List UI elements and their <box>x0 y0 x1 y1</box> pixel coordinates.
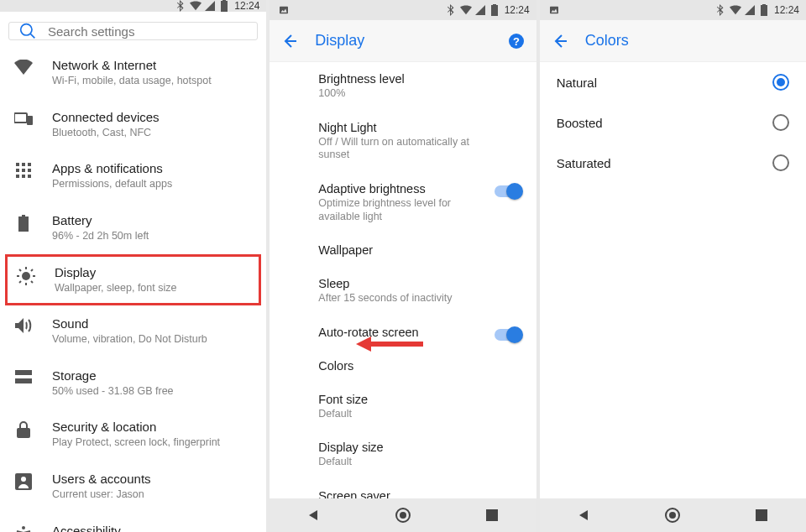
row-sub: Current user: Jason <box>52 488 253 502</box>
wifi-icon <box>460 4 472 16</box>
nav-bar <box>270 498 536 532</box>
bluetooth-icon <box>175 0 187 12</box>
row-sub: After 15 seconds of inactivity <box>318 292 486 305</box>
row-sub: 50% used - 31.98 GB free <box>52 385 253 399</box>
row-sub: Play Protect, screen lock, fingerprint <box>52 436 253 450</box>
svg-point-29 <box>669 512 676 519</box>
row-title: Brightness level <box>318 72 524 86</box>
row-font-size[interactable]: Font size Default <box>270 383 536 431</box>
row-storage[interactable]: Storage 50% used - 31.98 GB free <box>0 357 266 409</box>
color-option-saturated[interactable]: Saturated <box>540 143 806 183</box>
row-sleep[interactable]: Sleep After 15 seconds of inactivity <box>270 267 536 316</box>
nav-home[interactable] <box>664 507 681 524</box>
nav-back[interactable] <box>306 507 322 524</box>
search-input[interactable] <box>48 24 247 39</box>
svg-rect-2 <box>16 163 19 166</box>
row-connected-devices[interactable]: Connected devices Bluetooth, Cast, NFC <box>0 99 266 151</box>
battery-icon <box>489 4 500 16</box>
row-sound[interactable]: Sound Volume, vibration, Do Not Disturb <box>0 305 266 357</box>
row-screen-saver[interactable]: Screen saver Clock <box>270 479 536 498</box>
svg-rect-3 <box>22 163 25 166</box>
svg-point-11 <box>22 272 30 280</box>
brightness-icon <box>17 267 35 285</box>
radio-icon[interactable] <box>772 114 789 131</box>
lock-icon <box>17 421 30 438</box>
row-adaptive-brightness[interactable]: Adaptive brightness Optimize brightness … <box>270 172 536 233</box>
option-label: Saturated <box>557 156 611 170</box>
row-title: Battery <box>52 213 253 227</box>
row-sub: Default <box>318 456 486 469</box>
radio-icon[interactable] <box>772 154 789 171</box>
display-header: Display ? <box>270 20 536 62</box>
row-title: Adaptive brightness <box>318 182 524 196</box>
nav-recent[interactable] <box>753 507 770 524</box>
row-sub: Wi-Fi, mobile, data usage, hotspot <box>52 75 253 88</box>
row-title: Accessibility <box>52 524 253 532</box>
svg-rect-4 <box>28 163 31 166</box>
search-settings[interactable] <box>8 22 258 40</box>
row-title: Wallpaper <box>318 243 524 257</box>
row-battery[interactable]: Battery 96% - 2d 2h 50m left <box>0 202 266 254</box>
status-clock: 12:24 <box>234 0 259 12</box>
bluetooth-icon <box>446 4 458 16</box>
nav-back[interactable] <box>576 507 593 524</box>
row-night-light[interactable]: Night Light Off / Will turn on automatic… <box>270 111 536 172</box>
adaptive-brightness-toggle[interactable] <box>495 185 521 197</box>
help-icon[interactable]: ? <box>508 33 525 50</box>
image-icon <box>276 4 288 16</box>
row-sub: 100% <box>318 87 486 101</box>
status-bar: 12:24 <box>0 0 266 12</box>
accessibility-icon <box>15 525 32 532</box>
nav-bar <box>540 498 806 532</box>
svg-point-25 <box>400 512 406 519</box>
settings-root-panel: 12:24 Network & Internet Wi-Fi, mobile, … <box>0 0 266 532</box>
nav-recent[interactable] <box>484 507 500 524</box>
battery-icon <box>758 4 770 16</box>
colors-header: Colors <box>540 20 806 62</box>
svg-rect-5 <box>16 169 19 172</box>
page-title: Display <box>315 32 490 50</box>
user-icon <box>15 473 32 490</box>
option-label: Natural <box>557 76 597 90</box>
row-colors[interactable]: Colors <box>270 349 536 383</box>
radio-icon[interactable] <box>772 74 789 91</box>
row-title: Sleep <box>318 277 524 290</box>
row-title: Storage <box>52 368 253 383</box>
back-arrow-icon[interactable] <box>552 33 568 50</box>
row-title: Sound <box>52 316 253 331</box>
status-bar: 12:24 <box>270 0 536 20</box>
row-sub: Volume, vibration, Do Not Disturb <box>52 333 253 347</box>
svg-rect-8 <box>16 175 19 178</box>
image-icon <box>547 4 558 16</box>
bluetooth-icon <box>715 4 727 16</box>
row-apps[interactable]: Apps & notifications Permissions, defaul… <box>0 150 266 202</box>
row-brightness-level[interactable]: Brightness level 100% <box>270 62 536 111</box>
wifi-icon <box>14 60 33 75</box>
row-display[interactable]: Display Wallpaper, sleep, font size <box>5 254 261 306</box>
row-auto-rotate[interactable]: Auto-rotate screen <box>270 316 536 349</box>
row-network[interactable]: Network & Internet Wi-Fi, mobile, data u… <box>0 47 266 99</box>
row-accessibility[interactable]: Accessibility <box>0 513 266 532</box>
cell-signal-icon <box>204 0 216 12</box>
page-title: Colors <box>585 32 794 50</box>
color-option-natural[interactable]: Natural <box>540 62 806 102</box>
row-users[interactable]: Users & accounts Current user: Jason <box>0 461 266 513</box>
color-option-boosted[interactable]: Boosted <box>540 102 806 143</box>
row-display-size[interactable]: Display size Default <box>270 430 536 479</box>
nav-home[interactable] <box>395 507 411 524</box>
auto-rotate-toggle[interactable] <box>495 329 521 341</box>
svg-rect-14 <box>17 428 30 438</box>
search-icon <box>19 23 36 39</box>
row-sub: Default <box>318 408 486 421</box>
row-title: Users & accounts <box>52 472 253 486</box>
svg-point-16 <box>21 477 26 482</box>
row-security[interactable]: Security & location Play Protect, screen… <box>0 409 266 461</box>
row-wallpaper[interactable]: Wallpaper <box>270 233 536 267</box>
svg-rect-6 <box>22 169 25 172</box>
row-title: Font size <box>318 393 524 406</box>
row-sub: Wallpaper, sleep, font size <box>55 282 250 295</box>
back-arrow-icon[interactable] <box>281 33 298 50</box>
status-bar: 12:24 <box>540 0 806 20</box>
battery-icon <box>18 215 29 232</box>
wifi-icon <box>730 4 741 16</box>
